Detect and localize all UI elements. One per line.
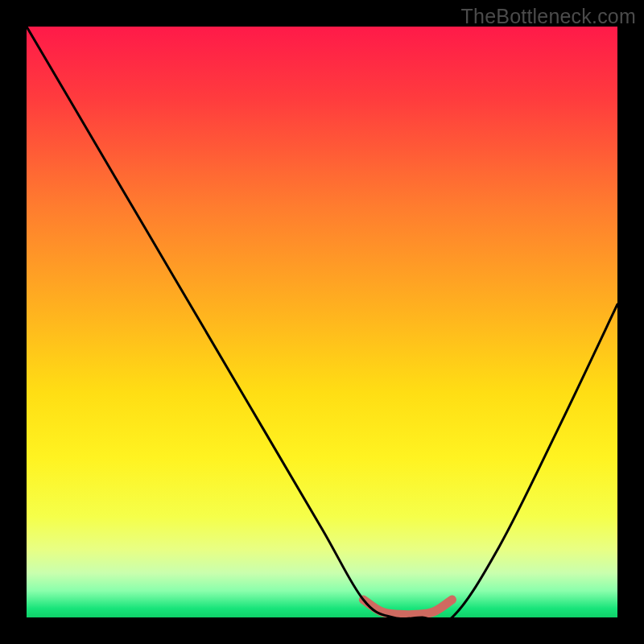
chart-svg bbox=[27, 27, 617, 617]
watermark-text: TheBottleneck.com bbox=[461, 5, 636, 28]
chart-frame: TheBottleneck.com bbox=[0, 0, 644, 644]
chart-plot-area bbox=[27, 27, 617, 617]
bottleneck-curve bbox=[27, 27, 617, 617]
